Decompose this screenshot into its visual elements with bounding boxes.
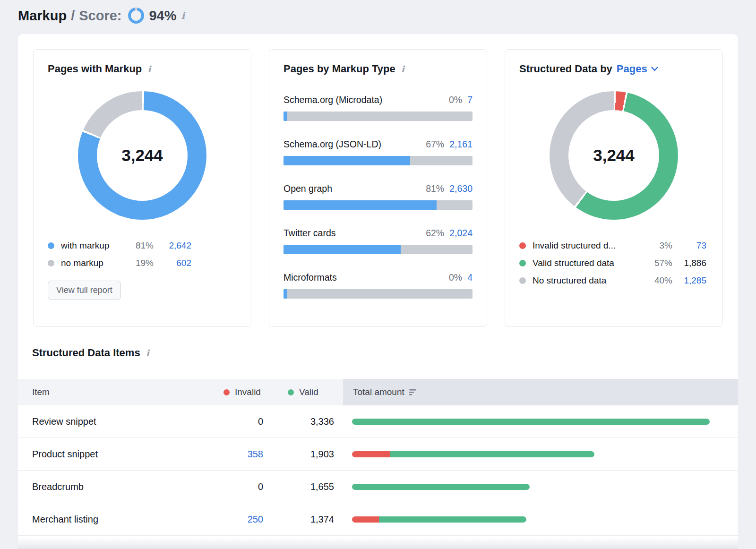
info-icon[interactable]: i [147,64,151,74]
pages-by-markup-type-card: Pages by Markup Type i Schema.org (Micro… [269,49,487,327]
table-row: Review snippet 0 3,336 [18,405,738,438]
structured-data-items-table: Item Invalid Valid Total amount Review s… [18,379,738,536]
progress-track [284,156,472,165]
blue-dot-icon [48,242,54,249]
markup-type-row: Open graph 81% 2,630 [284,183,472,210]
column-header-valid: Valid [288,379,318,405]
legend-item-no-markup: no markup 19% 602 [48,258,237,268]
valid-count: 1,886 [672,258,706,268]
legend-percent: 81% [127,240,154,251]
invalid-count-link[interactable]: 250 [216,514,263,525]
structured-data-donut-chart[interactable]: 3,244 [550,91,678,220]
column-header-invalid: Invalid [223,379,261,405]
table-header: Item Invalid Valid Total amount [18,379,738,405]
no-markup-count-link[interactable]: 602 [154,258,191,268]
pages-dropdown[interactable]: Pages [617,63,658,75]
markup-type-row: Schema.org (JSON-LD) 67% 2,161 [284,139,472,165]
card-title: Structured Data by [519,63,612,75]
gray-dot-icon [48,260,54,266]
type-percent: 0% [449,94,462,105]
donut-total: 3,244 [550,91,678,220]
score-label: Score: [79,8,121,24]
type-percent: 0% [449,272,462,283]
stacked-bar [352,451,594,457]
info-icon[interactable]: i [146,348,149,358]
card-title: Pages by Markup Type [284,63,395,75]
legend-percent: 3% [646,240,672,251]
markup-report-panel: Pages with Markup i 3,244 with markup 81… [18,34,738,549]
score-value: 94% [149,8,176,24]
info-icon[interactable]: i [401,64,404,74]
progress-fill [284,112,287,121]
dropdown-value: Pages [617,63,647,75]
page-header: Markup / Score: 94% i [18,0,738,31]
table-row: Merchant listing 250 1,374 [18,503,738,536]
type-count-link[interactable]: 7 [467,94,472,105]
progress-track [284,245,472,254]
legend-item-valid: Valid structured data 57% 1,886 [519,258,708,268]
card-title: Pages with Markup [48,63,142,75]
type-count-link[interactable]: 2,161 [449,139,472,150]
valid-count: 3,336 [263,416,334,427]
title-separator: / [71,8,75,24]
type-label: Twitter cards [284,228,426,239]
item-name: Breadcrumb [32,481,216,492]
markup-type-row: Twitter cards 62% 2,024 [284,228,472,254]
legend-label: with markup [61,240,127,251]
progress-track [284,200,472,210]
red-dot-icon [519,242,526,249]
pages-with-markup-card: Pages with Markup i 3,244 with markup 81… [33,49,251,327]
legend-label: Valid structured data [533,258,646,268]
progress-track [284,289,472,299]
legend-percent: 19% [127,258,154,268]
legend-item-no-data: No structured data 40% 1,285 [519,275,708,286]
no-data-count-link[interactable]: 1,285 [672,275,706,286]
type-label: Microformats [284,272,449,283]
chevron-down-icon [651,67,658,71]
column-header-item: Item [32,387,50,397]
structured-data-by-card: Structured Data by Pages 3,244 Invalid s… [505,49,723,327]
valid-count: 1,903 [263,449,334,460]
green-dot-icon [519,260,526,266]
red-dot-icon [223,389,230,395]
table-row: Breadcrumb 0 1,655 [18,471,738,503]
summary-cards: Pages with Markup i 3,244 with markup 81… [33,49,723,327]
type-count-link[interactable]: 2,630 [449,183,472,194]
page-title: Markup [18,8,67,24]
type-count-link[interactable]: 4 [467,272,472,283]
view-full-report-button[interactable]: View full report [48,281,121,300]
invalid-count-link[interactable]: 73 [672,240,706,251]
item-name: Review snippet [32,416,216,427]
with-markup-count-link[interactable]: 2,642 [154,240,191,251]
progress-fill [284,289,287,299]
legend-percent: 57% [646,258,672,268]
stacked-bar [352,484,530,490]
stacked-bar [352,419,710,425]
progress-fill [284,245,401,254]
valid-count: 1,655 [263,481,334,492]
type-count-link[interactable]: 2,024 [449,228,472,239]
info-icon[interactable]: i [181,10,185,21]
stacked-bar [352,516,526,523]
legend-label: No structured data [533,275,646,286]
progress-fill [284,156,410,165]
item-name: Product snippet [32,449,216,460]
green-dot-icon [288,389,294,395]
column-header-total-amount[interactable]: Total amount [343,379,738,405]
legend-label: no markup [61,258,127,268]
type-percent: 81% [426,183,444,194]
legend-percent: 40% [646,275,672,286]
markup-type-row: Microformats 0% 4 [284,272,472,299]
progress-track [284,112,472,121]
pages-with-markup-donut-chart[interactable]: 3,244 [78,91,206,220]
type-label: Schema.org (Microdata) [284,94,449,105]
score-ring-icon [128,8,144,24]
section-title: Structured Data Items [32,347,140,359]
bottom-scroll-fade [18,538,738,549]
valid-count: 1,374 [263,514,334,525]
legend-item-with-markup: with markup 81% 2,642 [48,240,237,251]
invalid-count: 0 [216,481,263,492]
invalid-count: 0 [216,416,263,427]
type-percent: 67% [426,139,444,150]
invalid-count-link[interactable]: 358 [216,449,263,460]
